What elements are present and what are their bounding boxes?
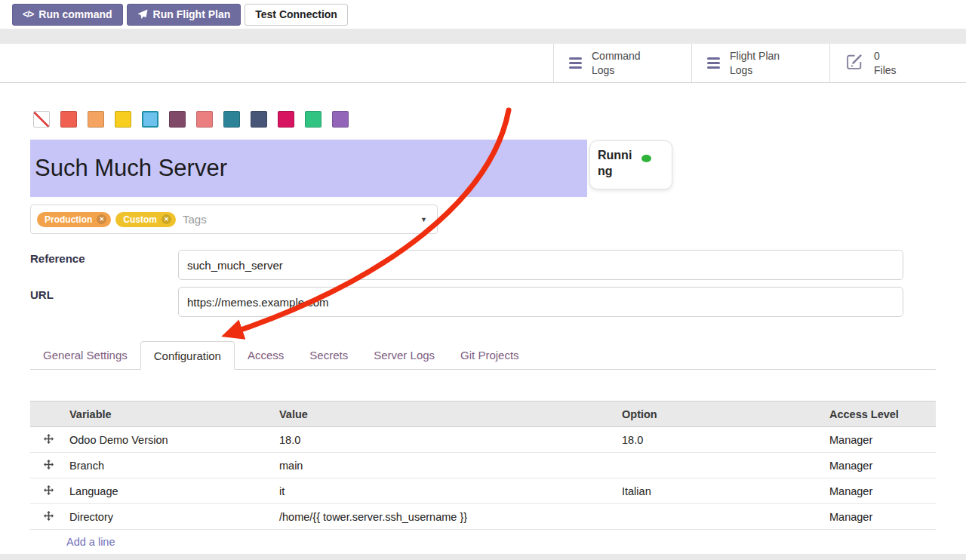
cell-value[interactable]: main bbox=[276, 453, 619, 478]
color-swatch[interactable] bbox=[305, 111, 321, 128]
table-row[interactable]: Directory /home/{{ tower.server.ssh_user… bbox=[30, 504, 936, 530]
table-row[interactable]: Odoo Demo Version 18.0 18.0 Manager bbox=[30, 427, 936, 453]
stat-label-line: Flight Plan bbox=[730, 50, 780, 62]
run-flight-plan-label: Run Flight Plan bbox=[153, 8, 231, 20]
cell-option[interactable]: Italian bbox=[619, 478, 826, 504]
reference-label: Reference bbox=[30, 252, 85, 265]
color-picker bbox=[33, 111, 349, 128]
color-swatch[interactable] bbox=[169, 111, 186, 128]
flight-plan-logs-button[interactable]: Flight Plan Logs bbox=[691, 44, 829, 82]
cell-option[interactable] bbox=[619, 504, 826, 530]
cell-option[interactable]: 18.0 bbox=[619, 427, 826, 453]
server-name-input[interactable]: Such Much Server bbox=[30, 140, 587, 197]
status-badge: Running bbox=[589, 140, 672, 189]
tags-placeholder: Tags bbox=[183, 213, 207, 226]
table-row[interactable]: Language it Italian Manager bbox=[30, 478, 936, 504]
tab-configuration[interactable]: Configuration bbox=[140, 341, 235, 370]
remove-tag-icon[interactable]: ✕ bbox=[162, 214, 171, 224]
files-label: Files bbox=[874, 64, 897, 76]
cell-option[interactable] bbox=[619, 453, 826, 478]
color-swatch-selected[interactable] bbox=[142, 111, 158, 128]
drag-handle-icon[interactable] bbox=[44, 434, 54, 446]
top-toolbar: </> Run command Run Flight Plan Test Con… bbox=[0, 0, 966, 29]
separator-strip bbox=[0, 29, 966, 44]
code-icon: </> bbox=[23, 9, 33, 20]
test-connection-button[interactable]: Test Connection bbox=[245, 4, 348, 26]
color-swatch[interactable] bbox=[88, 111, 104, 128]
tag-pill[interactable]: Production ✕ bbox=[37, 212, 111, 227]
tab-secrets[interactable]: Secrets bbox=[297, 341, 361, 369]
cell-value[interactable]: it bbox=[276, 478, 619, 504]
cell-access-level[interactable]: Manager bbox=[826, 478, 936, 504]
stat-label-line: Logs bbox=[592, 64, 614, 76]
config-table: Variable Value Option Access Level Odoo … bbox=[30, 401, 936, 555]
col-header-access-level: Access Level bbox=[826, 402, 936, 427]
tag-label: Custom bbox=[123, 214, 157, 225]
col-header-value: Value bbox=[276, 402, 619, 427]
server-name-text: Such Much Server bbox=[35, 155, 227, 182]
cell-value[interactable]: 18.0 bbox=[276, 427, 619, 453]
drag-handle-icon[interactable] bbox=[44, 460, 54, 472]
run-command-button[interactable]: </> Run command bbox=[12, 4, 123, 26]
color-swatch[interactable] bbox=[278, 111, 294, 128]
url-value: https://memes.example.com bbox=[187, 296, 329, 309]
stat-label-line: Logs bbox=[730, 64, 752, 76]
color-swatch[interactable] bbox=[332, 111, 349, 128]
table-row[interactable]: Branch main Manager bbox=[30, 453, 936, 478]
list-icon bbox=[707, 57, 720, 69]
files-button[interactable]: 0 Files bbox=[829, 44, 966, 82]
drag-handle-icon[interactable] bbox=[44, 485, 54, 497]
list-icon bbox=[569, 57, 582, 69]
status-dot-icon bbox=[641, 155, 651, 162]
reference-value: such_much_server bbox=[187, 259, 283, 272]
tab-access[interactable]: Access bbox=[235, 341, 297, 369]
tab-git-projects[interactable]: Git Projects bbox=[448, 341, 532, 369]
tab-general-settings[interactable]: General Settings bbox=[30, 341, 140, 369]
cell-access-level[interactable]: Manager bbox=[826, 427, 936, 453]
table-header-row: Variable Value Option Access Level bbox=[30, 402, 936, 427]
command-logs-button[interactable]: Command Logs bbox=[553, 44, 691, 82]
col-header-option: Option bbox=[619, 402, 826, 427]
chevron-down-icon[interactable]: ▼ bbox=[420, 216, 427, 223]
paper-plane-icon bbox=[137, 9, 148, 20]
form-header: Command Logs Flight Plan Logs 0 Files bbox=[0, 44, 966, 83]
add-a-line-link[interactable]: Add a line bbox=[30, 530, 936, 555]
cell-variable[interactable]: Directory bbox=[66, 504, 276, 530]
run-flight-plan-button[interactable]: Run Flight Plan bbox=[127, 4, 242, 26]
color-swatch[interactable] bbox=[60, 111, 77, 128]
run-command-label: Run command bbox=[38, 8, 112, 20]
color-swatch[interactable] bbox=[196, 111, 213, 128]
remove-tag-icon[interactable]: ✕ bbox=[97, 214, 106, 224]
status-text: Running bbox=[598, 148, 636, 182]
cell-value[interactable]: /home/{{ tower.server.ssh_username }} bbox=[276, 504, 619, 530]
stat-button-group: Command Logs Flight Plan Logs 0 Files bbox=[553, 44, 966, 82]
reference-input[interactable]: such_much_server bbox=[178, 250, 903, 280]
color-swatch[interactable] bbox=[251, 111, 267, 128]
cell-variable[interactable]: Odoo Demo Version bbox=[66, 427, 276, 453]
url-label: URL bbox=[30, 288, 54, 301]
cell-access-level[interactable]: Manager bbox=[826, 504, 936, 530]
files-count: 0 bbox=[874, 50, 880, 62]
url-input[interactable]: https://memes.example.com bbox=[178, 287, 903, 317]
edit-icon bbox=[845, 52, 864, 74]
test-connection-label: Test Connection bbox=[255, 8, 337, 20]
tag-label: Production bbox=[45, 214, 92, 225]
cell-variable[interactable]: Branch bbox=[66, 453, 276, 478]
color-swatch[interactable] bbox=[115, 111, 131, 128]
tags-input[interactable]: Production ✕ Custom ✕ Tags ▼ bbox=[30, 205, 438, 234]
color-swatch[interactable] bbox=[223, 111, 240, 128]
tag-pill[interactable]: Custom ✕ bbox=[115, 212, 176, 227]
notebook-tabs: General Settings Configuration Access Se… bbox=[30, 341, 936, 370]
cell-variable[interactable]: Language bbox=[66, 478, 276, 504]
tab-server-logs[interactable]: Server Logs bbox=[361, 341, 448, 369]
bottom-strip bbox=[0, 554, 966, 560]
drag-handle-icon[interactable] bbox=[44, 511, 54, 523]
cell-access-level[interactable]: Manager bbox=[826, 453, 936, 478]
stat-label-line: Command bbox=[592, 50, 641, 62]
col-header-variable: Variable bbox=[66, 402, 276, 427]
color-swatch-none[interactable] bbox=[33, 111, 50, 128]
